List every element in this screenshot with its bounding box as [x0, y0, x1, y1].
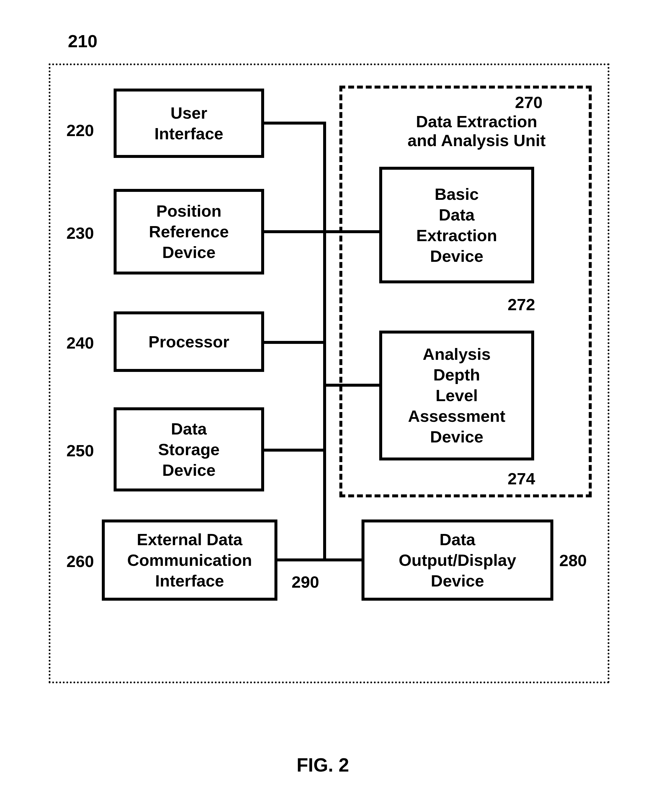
conn-proc-bus: [264, 341, 326, 344]
conn-bus-basic-extraction: [326, 230, 379, 233]
block-position-reference-label: Position Reference Device: [149, 201, 229, 263]
conn-ui-bus: [264, 122, 326, 125]
ref-210: 210: [68, 31, 98, 51]
block-user-interface: User Interface: [114, 89, 264, 158]
block-user-interface-label: User Interface: [155, 103, 223, 144]
block-data-storage: Data Storage Device: [114, 407, 264, 491]
block-analysis-depth: Analysis Depth Level Assessment Device: [379, 330, 534, 461]
figure-caption: FIG. 2: [296, 754, 349, 776]
block-output-display-label: Data Output/Display Device: [399, 529, 516, 591]
diagram-canvas: 210 220 230 240 250 260 270 272 274 280 …: [0, 0, 664, 812]
conn-posref-bus: [264, 230, 326, 233]
ref-260: 260: [67, 552, 94, 571]
conn-bus-analysis-depth: [326, 384, 379, 387]
conn-bus-output: [326, 558, 361, 561]
ref-280: 280: [559, 551, 587, 570]
block-processor: Processor: [114, 311, 264, 372]
block-external-comm-label: External Data Communication Interface: [127, 529, 252, 591]
conn-storage-bus: [264, 449, 326, 452]
block-processor-label: Processor: [148, 332, 229, 352]
ref-290: 290: [291, 573, 319, 592]
block-analysis-depth-label: Analysis Depth Level Assessment Device: [408, 344, 506, 447]
ref-220: 220: [67, 121, 94, 140]
block-data-storage-label: Data Storage Device: [158, 418, 220, 480]
ref-230: 230: [67, 224, 94, 242]
ref-250: 250: [67, 441, 94, 460]
block-external-comm: External Data Communication Interface: [102, 519, 277, 600]
ref-240: 240: [67, 334, 94, 352]
block-output-display: Data Output/Display Device: [361, 519, 553, 600]
block-basic-extraction: Basic Data Extraction Device: [379, 167, 534, 283]
extraction-unit-title: Data Extraction and Analysis Unit: [370, 112, 583, 150]
conn-extcomm-bus: [277, 558, 326, 561]
block-position-reference: Position Reference Device: [114, 189, 264, 275]
block-basic-extraction-label: Basic Data Extraction Device: [417, 184, 497, 267]
